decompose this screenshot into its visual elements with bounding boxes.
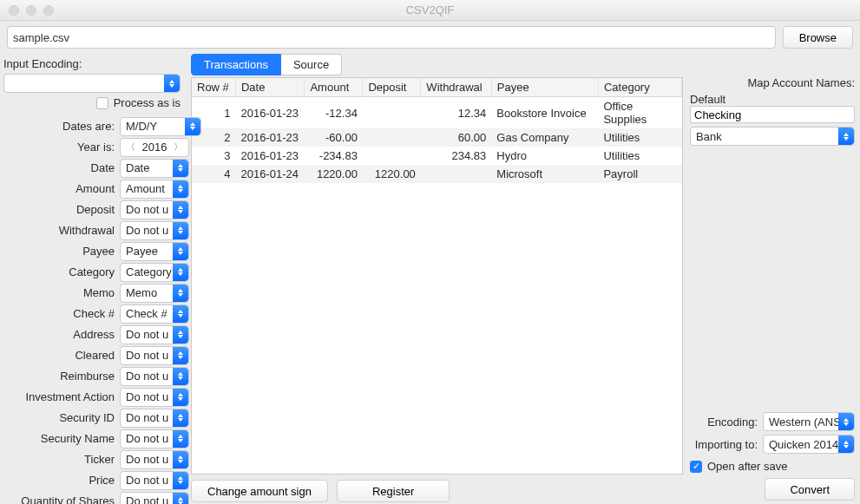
field-select-payee[interactable]: Payee [120, 242, 189, 261]
select-arrow-icon [173, 389, 188, 406]
field-select-amount[interactable]: Amount [120, 180, 189, 199]
field-label: Deposit [3, 203, 115, 216]
select-arrow-icon [173, 368, 188, 385]
process-as-is-label: Process as is [114, 96, 181, 109]
file-row: Browse [0, 21, 860, 54]
field-label: Investment Action [3, 390, 115, 403]
file-path-input[interactable] [7, 26, 776, 49]
field-label: Security Name [3, 432, 115, 445]
col-date[interactable]: Date [235, 78, 305, 97]
dates-are-label: Dates are: [3, 120, 115, 133]
chevron-left-icon[interactable]: 〈 [124, 141, 137, 154]
col-category[interactable]: Category [598, 78, 681, 97]
field-label: Security ID [3, 411, 115, 424]
col-amount[interactable]: Amount [305, 78, 363, 97]
select-arrow-icon [173, 451, 188, 468]
default-label: Default [690, 93, 855, 106]
select-arrow-icon [173, 326, 188, 344]
field-label: Price [3, 474, 115, 487]
importing-to-label: Importing to: [690, 438, 758, 451]
select-arrow-icon [838, 435, 854, 453]
open-after-save-label: Open after save [707, 460, 788, 473]
tab-transactions[interactable]: Transactions [191, 54, 281, 75]
field-select-address[interactable]: Do not u [120, 325, 189, 344]
output-encoding-select[interactable]: Western (ANS [763, 412, 855, 431]
field-label: Withdrawal [3, 224, 115, 237]
input-encoding-label: Input Encoding: [3, 57, 187, 70]
account-name-input[interactable] [690, 106, 855, 123]
field-select-check-[interactable]: Check # [120, 304, 189, 324]
importing-to-select[interactable]: Quicken 2014 [763, 435, 855, 454]
center-panel: Transactions Source Row #DateAmountDepos… [187, 54, 686, 504]
register-button[interactable]: Register [337, 480, 450, 502]
field-select-category[interactable]: Category [120, 263, 189, 282]
field-select-deposit[interactable]: Do not u [120, 200, 189, 219]
select-arrow-icon [173, 472, 188, 489]
input-encoding-select[interactable] [3, 74, 181, 93]
select-arrow-icon [173, 160, 188, 177]
field-label: Payee [3, 245, 115, 258]
transactions-table: Row #DateAmountDepositWithdrawalPayeeCat… [192, 78, 682, 183]
field-label: Reimburse [3, 370, 115, 383]
table-row[interactable]: 22016-01-23-60.0060.00Gas CompanyUtiliti… [192, 128, 682, 147]
year-value: 2016 [142, 141, 167, 154]
field-select-memo[interactable]: Memo [120, 284, 189, 303]
table-row[interactable]: 32016-01-23-234.83234.83HydroUtilities [192, 147, 682, 165]
open-after-save-checkbox[interactable]: Open after save [690, 460, 788, 473]
col-row-[interactable]: Row # [192, 78, 235, 97]
select-arrow-icon [173, 409, 188, 427]
select-arrow-icon [173, 493, 188, 505]
select-arrow-icon [838, 413, 854, 430]
field-select-withdrawal[interactable]: Do not u [120, 221, 189, 240]
field-label: Cleared [3, 349, 115, 362]
year-is-label: Year is: [3, 141, 115, 154]
field-label: Address [3, 328, 115, 341]
browse-button[interactable]: Browse [783, 26, 853, 49]
field-label: Amount [3, 182, 115, 195]
field-select-price[interactable]: Do not u [120, 471, 189, 490]
select-arrow-icon [173, 430, 188, 448]
select-arrow-icon [173, 305, 188, 323]
titlebar: CSV2QIF [0, 0, 860, 21]
tab-source[interactable]: Source [281, 54, 342, 75]
field-select-security-name[interactable]: Do not u [120, 429, 189, 448]
field-label: Ticker [3, 453, 115, 466]
table-row[interactable]: 12016-01-23-12.3412.34Bookstore InvoiceO… [192, 97, 682, 129]
chevron-right-icon[interactable]: 〉 [172, 141, 185, 154]
select-arrow-icon [173, 285, 188, 302]
right-panel: Map Account Names: Default Bank Encoding… [686, 54, 860, 504]
transactions-table-wrap: Row #DateAmountDepositWithdrawalPayeeCat… [191, 77, 683, 475]
table-row[interactable]: 42016-01-241220.001220.00MicrosoftPayrol… [192, 165, 682, 183]
field-select-reimburse[interactable]: Do not u [120, 367, 189, 386]
select-arrow-icon [173, 180, 188, 198]
convert-button[interactable]: Convert [765, 478, 855, 501]
field-label: Category [3, 265, 115, 278]
select-arrow-icon [173, 201, 188, 219]
col-payee[interactable]: Payee [491, 78, 598, 97]
field-select-ticker[interactable]: Do not u [120, 450, 189, 469]
select-arrow-icon [173, 264, 188, 281]
change-amount-sign-button[interactable]: Change amount sign [191, 480, 328, 502]
select-arrow-icon [185, 118, 200, 135]
process-as-is-checkbox[interactable]: Process as is [96, 96, 181, 109]
field-select-cleared[interactable]: Do not u [120, 346, 189, 365]
field-label: Date [3, 161, 115, 174]
app-title: CSV2QIF [0, 3, 860, 16]
field-select-quantity-of-shares[interactable]: Do not u [120, 492, 189, 505]
account-type-select[interactable]: Bank [690, 127, 855, 146]
dates-are-select[interactable]: M/D/Y [120, 117, 201, 136]
select-arrow-icon [173, 243, 188, 260]
map-account-names-label: Map Account Names: [690, 76, 855, 89]
select-arrow-icon [173, 222, 188, 239]
field-select-investment-action[interactable]: Do not u [120, 388, 189, 407]
field-label: Check # [3, 307, 115, 320]
select-arrow-icon [838, 128, 854, 145]
col-deposit[interactable]: Deposit [363, 78, 421, 97]
col-withdrawal[interactable]: Withdrawal [421, 78, 491, 97]
left-panel: Input Encoding: Process as is Dates are:… [0, 54, 187, 504]
year-stepper[interactable]: 〈 2016 〉 [120, 138, 189, 157]
encoding-label: Encoding: [690, 416, 758, 429]
field-select-security-id[interactable]: Do not u [120, 409, 189, 428]
select-arrow-icon [164, 75, 180, 92]
field-select-date[interactable]: Date [120, 159, 189, 178]
